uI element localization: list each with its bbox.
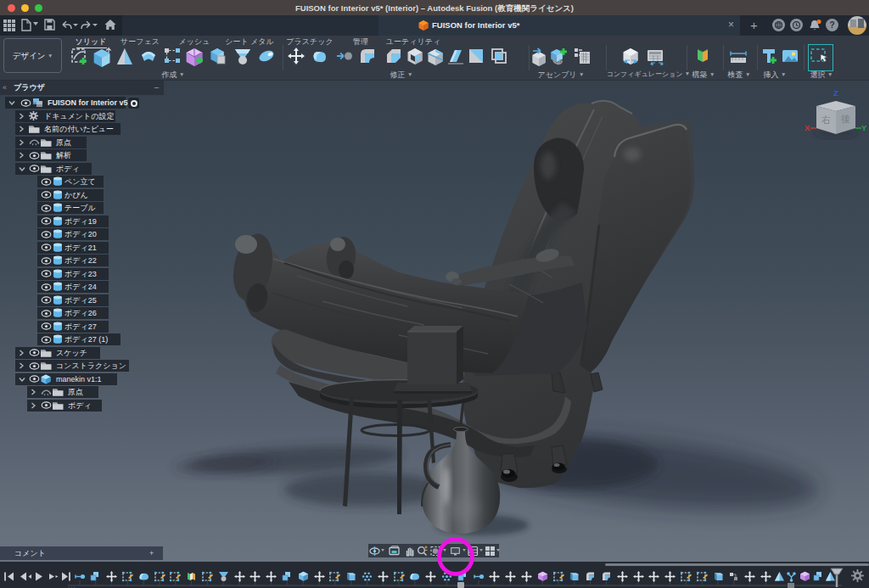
svg-text:後: 後 xyxy=(841,114,850,124)
svg-text:Z: Z xyxy=(833,88,838,98)
svg-text:右: 右 xyxy=(821,115,831,125)
svg-text:Y: Y xyxy=(861,123,867,132)
svg-text:X: X xyxy=(805,123,810,132)
